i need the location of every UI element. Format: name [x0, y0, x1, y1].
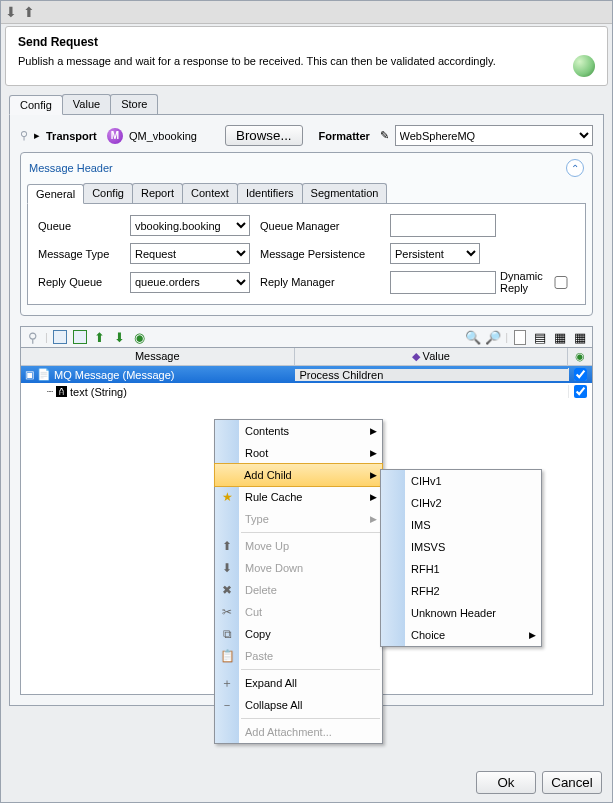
menu-item-copy[interactable]: ⧉Copy	[215, 623, 382, 645]
tree-row-checkbox[interactable]	[574, 368, 587, 381]
formatter-select[interactable]: WebSphereMQ	[395, 125, 593, 146]
tab-store[interactable]: Store	[110, 94, 158, 114]
chain-icon: ⚲	[20, 129, 28, 142]
menu-item-contents[interactable]: Contents▶	[215, 420, 382, 442]
menu-item-rule-cache[interactable]: ★Rule Cache▶	[215, 486, 382, 508]
reply-manager-label: Reply Manager	[260, 276, 380, 288]
menu-item-move-down: ⬇Move Down	[215, 557, 382, 579]
collapse-icon[interactable]: ⌃	[566, 159, 584, 177]
table-view-icon[interactable]: ▦	[572, 329, 588, 345]
reply-manager-input[interactable]	[390, 271, 496, 294]
tree-header-message: Message	[21, 348, 295, 365]
tree-row[interactable]: ┈🅰text (String)	[21, 383, 592, 400]
general-body: Queue vbooking.booking Queue Manager Mes…	[27, 204, 586, 305]
header-tab-context[interactable]: Context	[182, 183, 238, 203]
tree-header-value: ◆ Value	[295, 348, 569, 365]
transport-label: Transport	[46, 130, 101, 142]
header-tab-general[interactable]: General	[27, 184, 84, 204]
submenu-item-ims[interactable]: IMS	[381, 514, 541, 536]
menu-item-collapse-all[interactable]: －Collapse All	[215, 694, 382, 716]
header-tab-report[interactable]: Report	[132, 183, 183, 203]
dialog-footer: Ok Cancel	[476, 771, 602, 794]
page-description: Publish a message and wait for a respons…	[18, 55, 496, 67]
queue-select[interactable]: vbooking.booking	[130, 215, 250, 236]
move-up-icon[interactable]: ⬆	[92, 329, 108, 345]
reply-queue-label: Reply Queue	[38, 276, 120, 288]
dynamic-reply-checkbox[interactable]	[547, 276, 575, 289]
tree-toolbar: ⚲ | ⬆ ⬇ ◉ 🔍 🔎 | ▤ ▦ ▦	[20, 326, 593, 348]
tree-row[interactable]: ▣📄MQ Message (Message)Process Children	[21, 366, 592, 383]
submenu-item-choice[interactable]: Choice▶	[381, 624, 541, 646]
ok-button[interactable]: Ok	[476, 771, 536, 794]
action-logo-icon	[573, 55, 595, 77]
menu-item-add-child[interactable]: Add Child▶	[214, 463, 383, 487]
dialog-window: ⬇ ⬆ Send Request Publish a message and w…	[0, 0, 613, 803]
tab-config[interactable]: Config	[9, 95, 63, 115]
submenu-item-cihv1[interactable]: CIHv1	[381, 470, 541, 492]
submenu-item-cihv2[interactable]: CIHv2	[381, 492, 541, 514]
message-persistence-select[interactable]: Persistent	[390, 243, 480, 264]
page-title: Send Request	[18, 35, 595, 49]
main-tabs: ConfigValueStore	[9, 94, 604, 115]
submenu-item-imsvs[interactable]: IMSVS	[381, 536, 541, 558]
message-type-select[interactable]: Request	[130, 243, 250, 264]
header-tab-identifiers[interactable]: Identifiers	[237, 183, 303, 203]
grid-view-icon[interactable]: ▦	[552, 329, 568, 345]
submenu-item-rfh1[interactable]: RFH1	[381, 558, 541, 580]
find-icon[interactable]: 🔎	[485, 329, 501, 345]
dynamic-reply-label: Dynamic Reply	[500, 270, 543, 294]
browse-button[interactable]: Browse...	[225, 125, 303, 146]
list-view-icon[interactable]: ▤	[532, 329, 548, 345]
formatter-label: Formatter	[319, 130, 374, 142]
queue-label: Queue	[38, 220, 120, 232]
message-header-title: Message Header	[29, 162, 113, 174]
tree-header: Message ◆ Value ◉	[21, 348, 592, 366]
transport-value: QM_vbooking	[129, 130, 219, 142]
description-panel: Send Request Publish a message and wait …	[5, 26, 608, 86]
queue-manager-label: Queue Manager	[260, 220, 380, 232]
submenu-item-rfh2[interactable]: RFH2	[381, 580, 541, 602]
tree-header-check: ◉	[568, 348, 592, 365]
refresh-icon[interactable]: ◉	[132, 329, 148, 345]
menu-item-move-up: ⬆Move Up	[215, 535, 382, 557]
cancel-button[interactable]: Cancel	[542, 771, 602, 794]
menu-item-type: Type▶	[215, 508, 382, 530]
message-persistence-label: Message Persistence	[260, 248, 380, 260]
context-menu[interactable]: Contents▶Root▶Add Child▶★Rule Cache▶Type…	[214, 419, 383, 744]
add-child-submenu[interactable]: CIHv1CIHv2IMSIMSVSRFH1RFH2Unknown Header…	[380, 469, 542, 647]
menu-item-root[interactable]: Root▶	[215, 442, 382, 464]
formatter-icon: ✎	[380, 129, 389, 142]
header-tabs: GeneralConfigReportContextIdentifiersSeg…	[27, 183, 586, 204]
menu-item-cut: ✂Cut	[215, 601, 382, 623]
titlebar: ⬇ ⬆	[1, 1, 612, 24]
menu-item-expand-all[interactable]: ＋Expand All	[215, 672, 382, 694]
menu-item-paste: 📋Paste	[215, 645, 382, 667]
move-down-icon[interactable]: ⬇	[112, 329, 128, 345]
header-tab-config[interactable]: Config	[83, 183, 133, 203]
link-icon[interactable]: ⚲	[25, 329, 41, 345]
import-icon[interactable]: ⬇	[5, 4, 17, 20]
zoom-icon[interactable]: 🔍	[465, 329, 481, 345]
message-header-panel: Message Header ⌃ GeneralConfigReportCont…	[20, 152, 593, 316]
tree-row-checkbox[interactable]	[574, 385, 587, 398]
copy-icon[interactable]	[52, 329, 68, 345]
page-view-icon[interactable]	[512, 329, 528, 345]
tab-value[interactable]: Value	[62, 94, 111, 114]
mq-icon: M	[107, 128, 123, 144]
arrow-icon: ▸	[34, 129, 40, 142]
message-type-label: Message Type	[38, 248, 120, 260]
menu-item-delete: ✖Delete	[215, 579, 382, 601]
submenu-item-unknown-header[interactable]: Unknown Header	[381, 602, 541, 624]
queue-manager-input[interactable]	[390, 214, 496, 237]
export-icon[interactable]: ⬆	[23, 4, 35, 20]
reply-queue-select[interactable]: queue.orders	[130, 272, 250, 293]
paste-icon[interactable]	[72, 329, 88, 345]
header-tab-segmentation[interactable]: Segmentation	[302, 183, 388, 203]
menu-item-add-attachment-: Add Attachment...	[215, 721, 382, 743]
